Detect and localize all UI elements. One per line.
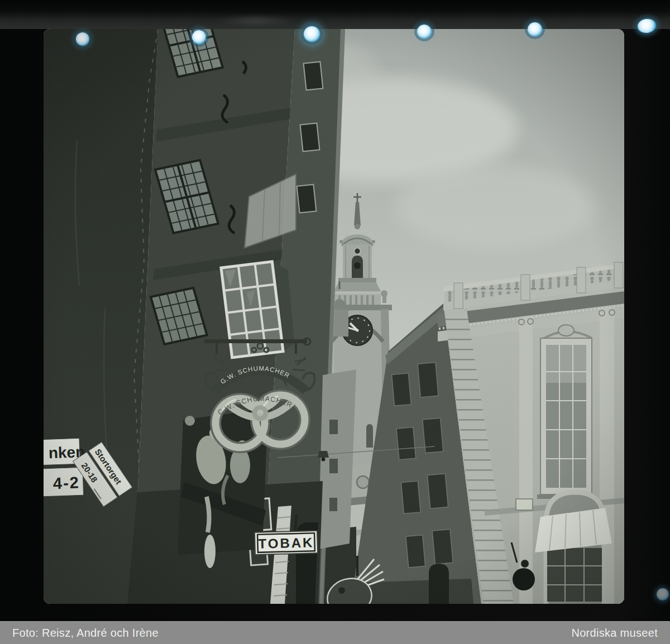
film-light-dot-3 xyxy=(304,26,320,42)
caption-bar: Foto: Reisz, André och Irène Nordiska mu… xyxy=(0,621,670,644)
caption-museum: Nordiska museet xyxy=(571,627,658,640)
film-light-dot-2 xyxy=(192,30,206,44)
film-light-dot-5 xyxy=(528,22,542,36)
vignette xyxy=(44,29,624,604)
film-smudge xyxy=(217,15,295,28)
photo-scene: G.W. SCHUMACHER C.W. SCHUMACHER xyxy=(44,29,624,604)
film-light-dot-7 xyxy=(657,588,669,600)
caption-photographer: Foto: Reisz, André och Irène xyxy=(12,627,159,640)
scanned-photo-card: G.W. SCHUMACHER C.W. SCHUMACHER xyxy=(0,0,670,644)
film-light-dot-4 xyxy=(417,25,432,39)
film-edge-band xyxy=(0,0,670,29)
film-light-dot-1 xyxy=(76,32,89,46)
photograph: G.W. SCHUMACHER C.W. SCHUMACHER xyxy=(44,29,624,604)
